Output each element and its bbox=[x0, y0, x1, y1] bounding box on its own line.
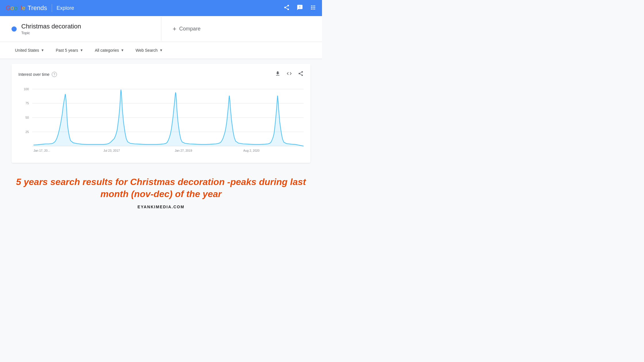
svg-text:Jan 27, 2019: Jan 27, 2019 bbox=[175, 149, 192, 152]
share-icon[interactable] bbox=[283, 4, 290, 12]
svg-text:100: 100 bbox=[24, 88, 29, 91]
download-icon[interactable] bbox=[275, 71, 281, 78]
svg-text:75: 75 bbox=[26, 102, 29, 105]
chart-share-icon[interactable] bbox=[298, 71, 304, 78]
header-left: Google Trends Explore bbox=[6, 4, 74, 12]
filters-section: United States ▼ Past 5 years ▼ All categ… bbox=[0, 42, 322, 59]
help-icon[interactable]: ? bbox=[52, 72, 57, 77]
search-type-filter[interactable]: Web Search ▼ bbox=[132, 46, 166, 55]
explore-label: Explore bbox=[57, 5, 74, 11]
compare-box[interactable]: + Compare bbox=[161, 20, 322, 38]
category-chevron-icon: ▼ bbox=[121, 48, 124, 52]
svg-text:Jan 17, 20...: Jan 17, 20... bbox=[33, 149, 50, 152]
svg-text:Jul 23, 2017: Jul 23, 2017 bbox=[103, 149, 120, 152]
region-chevron-icon: ▼ bbox=[41, 48, 44, 52]
apps-icon[interactable] bbox=[310, 4, 316, 12]
search-type-label: Web Search bbox=[136, 48, 158, 53]
google-trends-logo: Google Trends bbox=[6, 4, 47, 12]
chart-title: Interest over time bbox=[18, 72, 49, 77]
category-filter[interactable]: All categories ▼ bbox=[91, 46, 128, 55]
search-term-name: Christmas decoration bbox=[21, 23, 81, 30]
svg-text:50: 50 bbox=[26, 116, 29, 119]
region-label: United States bbox=[15, 48, 39, 53]
bottom-section: 5 years search results for Christmas dec… bbox=[0, 167, 322, 215]
compare-plus-icon: + bbox=[173, 25, 177, 33]
search-type-chevron-icon: ▼ bbox=[159, 48, 163, 52]
search-term-box: Christmas decoration Topic bbox=[0, 17, 161, 41]
time-filter[interactable]: Past 5 years ▼ bbox=[52, 46, 87, 55]
header-divider bbox=[52, 4, 52, 12]
search-term-dot bbox=[12, 26, 17, 32]
time-label: Past 5 years bbox=[56, 48, 78, 53]
feedback-icon[interactable] bbox=[297, 4, 303, 12]
chart-header: Interest over time ? bbox=[18, 71, 304, 78]
svg-text:25: 25 bbox=[26, 130, 29, 134]
svg-text:Aug 2, 2020: Aug 2, 2020 bbox=[243, 149, 260, 152]
brand-text: EYANKIMEDIA.COM bbox=[12, 205, 310, 209]
chart-section: Interest over time ? 100 75 bbox=[12, 64, 310, 163]
embed-icon[interactable] bbox=[286, 71, 292, 78]
headline-text: 5 years search results for Christmas dec… bbox=[12, 176, 310, 200]
search-term-info: Christmas decoration Topic bbox=[21, 23, 81, 35]
region-filter[interactable]: United States ▼ bbox=[12, 46, 48, 55]
chart-title-row: Interest over time ? bbox=[18, 72, 57, 77]
trends-label: Trends bbox=[28, 4, 47, 12]
time-chevron-icon: ▼ bbox=[80, 48, 83, 52]
header-icons bbox=[283, 4, 316, 12]
search-term-type: Topic bbox=[21, 31, 81, 35]
compare-label: Compare bbox=[179, 26, 200, 32]
header: Google Trends Explore bbox=[0, 0, 322, 16]
chart-container: 100 75 50 25 bbox=[18, 84, 304, 156]
chart-actions bbox=[275, 71, 304, 78]
search-section: Christmas decoration Topic + Compare bbox=[0, 16, 322, 42]
category-label: All categories bbox=[95, 48, 119, 53]
logo-text: Google bbox=[6, 4, 25, 12]
interest-chart: 100 75 50 25 bbox=[18, 84, 304, 155]
